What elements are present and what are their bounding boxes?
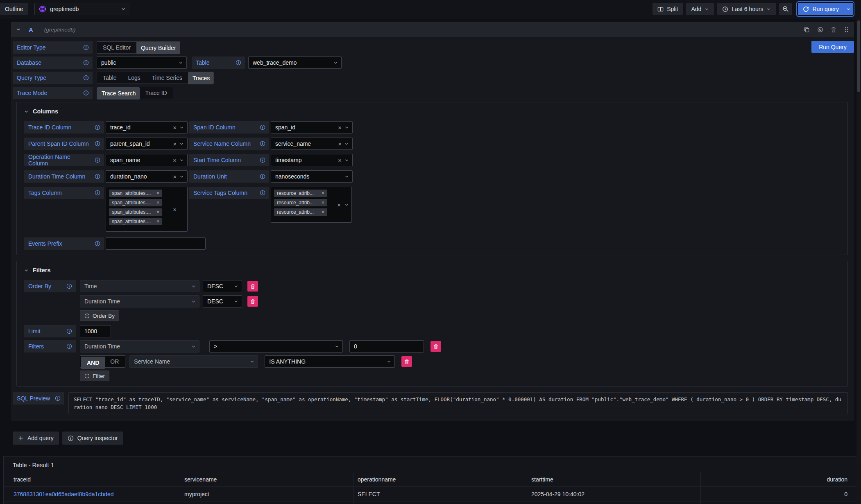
filter-operator-select[interactable]: IS ANYTHING — [265, 355, 395, 368]
remove-chip-icon[interactable]: × — [322, 200, 324, 205]
trace-id-column-select[interactable]: trace_id × — [106, 121, 188, 133]
info-icon — [260, 124, 265, 130]
filter-field-select[interactable]: Service Name — [129, 355, 258, 368]
start-time-column-label: Start Time Column — [189, 154, 269, 166]
span-id-column-select[interactable]: span_id × — [271, 121, 353, 133]
add-query-button[interactable]: Add query — [13, 432, 59, 445]
filter-operator-select[interactable]: > — [209, 340, 343, 353]
column-header-traceid[interactable]: traceid — [4, 472, 180, 486]
add-button[interactable]: Add — [686, 3, 714, 15]
run-query-button[interactable]: Run query — [798, 3, 844, 15]
chevron-down-icon — [179, 174, 184, 179]
order-by-field-select[interactable]: Duration Time — [80, 295, 199, 307]
clear-icon[interactable]: × — [338, 157, 342, 163]
datasource-picker[interactable]: greptimedb — [34, 3, 130, 15]
service-name-column-select[interactable]: service_name × — [271, 138, 353, 150]
remove-chip-icon[interactable]: × — [156, 210, 159, 215]
filters-section-header[interactable]: Filters — [24, 266, 841, 274]
remove-chip-icon[interactable]: × — [156, 191, 159, 196]
column-header-operationname[interactable]: operationname — [353, 472, 527, 486]
add-filter-button[interactable]: Filter — [80, 371, 109, 381]
filters-section: Filters Order By Time DESC — [16, 261, 848, 386]
clear-icon[interactable]: × — [338, 141, 342, 147]
run-query-split-button: Run query — [798, 3, 853, 15]
chevron-down-icon — [234, 299, 238, 304]
radio-option-sql-editor[interactable]: SQL Editor — [97, 42, 136, 53]
column-header-starttime[interactable]: starttime — [527, 472, 701, 486]
service-tags-column-multiselect[interactable]: resource_attrib...× resource_attrib...× … — [271, 187, 352, 223]
clear-all-icon[interactable]: × — [337, 202, 341, 208]
events-prefix-input[interactable] — [106, 237, 206, 250]
time-range-picker[interactable]: Last 6 hours — [717, 3, 776, 15]
tags-column-multiselect[interactable]: span_attributes....× span_attributes....… — [106, 187, 188, 232]
remove-order-by-button[interactable] — [247, 281, 258, 292]
remove-chip-icon[interactable]: × — [156, 219, 159, 224]
split-button[interactable]: Split — [653, 3, 683, 15]
label-text: Service Name Column — [193, 140, 251, 147]
order-by-field-select[interactable]: Time — [80, 280, 199, 292]
run-query-options-button[interactable] — [844, 3, 853, 15]
remove-chip-icon[interactable]: × — [156, 200, 159, 205]
filter-value-input[interactable] — [349, 340, 424, 353]
clear-icon[interactable]: × — [173, 157, 177, 163]
order-by-direction-select[interactable]: DESC — [203, 295, 242, 307]
start-time-column-select[interactable]: timestamp × — [271, 154, 353, 166]
label-text: Limit — [28, 328, 41, 334]
query-inspector-button[interactable]: Query inspector — [62, 432, 123, 445]
label-text: Table — [196, 59, 209, 66]
chevron-down-icon — [344, 174, 349, 179]
parent-span-id-column-select[interactable]: parent_span_id × — [106, 138, 188, 150]
select-value: public — [101, 59, 179, 66]
radio-option-time-series[interactable]: Time Series — [146, 72, 188, 84]
order-by-direction-select[interactable]: DESC — [203, 280, 242, 292]
drag-handle-icon[interactable] — [844, 27, 849, 33]
remove-filter-button[interactable] — [401, 356, 412, 367]
radio-option-logs[interactable]: Logs — [122, 72, 146, 84]
database-select[interactable]: public — [97, 57, 187, 69]
chevron-down-icon — [846, 7, 851, 11]
collapse-chevron-icon[interactable] — [16, 27, 21, 32]
label-text: SQL Preview — [17, 395, 50, 402]
scrollbar-thumb[interactable] — [857, 20, 860, 92]
tag-chip: resource_attrib...× — [274, 190, 327, 197]
logic-and-option[interactable]: AND — [81, 357, 105, 369]
add-order-by-button[interactable]: Order By — [80, 310, 119, 321]
radio-option-table[interactable]: Table — [97, 72, 122, 84]
radio-option-trace-search[interactable]: Trace Search — [97, 87, 140, 99]
clear-icon[interactable]: × — [173, 174, 177, 180]
radio-option-traces[interactable]: Traces — [188, 72, 213, 84]
remove-query-icon[interactable] — [831, 27, 836, 33]
radio-option-trace-id[interactable]: Trace ID — [140, 87, 173, 99]
label-text: Start Time Column — [193, 157, 241, 163]
remove-filter-button[interactable] — [430, 341, 441, 352]
logic-or-option[interactable]: OR — [105, 357, 124, 366]
clear-icon[interactable]: × — [173, 141, 177, 147]
column-header-servicename[interactable]: servicename — [180, 472, 353, 486]
columns-section-header[interactable]: Columns — [24, 107, 841, 115]
remove-order-by-button[interactable] — [247, 296, 258, 307]
duration-unit-select[interactable]: nanoseconds — [271, 170, 353, 183]
duration-time-column-select[interactable]: duration_nano × — [106, 170, 188, 183]
radio-option-query-builder[interactable]: Query Builder — [136, 42, 180, 54]
duplicate-query-icon[interactable] — [804, 27, 810, 33]
clear-icon[interactable]: × — [338, 124, 342, 131]
label-text: Operation Name Column — [28, 154, 91, 167]
trace-id-link[interactable]: 3768831301ea0d65adaef8b9da1cbded — [14, 491, 113, 497]
remove-chip-icon[interactable]: × — [322, 191, 324, 196]
chip-label: span_attributes.... — [112, 209, 151, 215]
chevron-down-icon — [333, 61, 338, 65]
filter-field-select[interactable]: Duration Time — [80, 340, 199, 353]
clear-all-icon[interactable]: × — [173, 206, 177, 212]
hide-response-icon[interactable] — [817, 27, 823, 33]
clear-icon[interactable]: × — [173, 124, 177, 131]
run-query-editor-button[interactable]: Run Query — [811, 41, 854, 53]
limit-input[interactable] — [80, 325, 111, 337]
query-footer-actions: Add query Query inspector — [13, 432, 854, 450]
table-select[interactable]: web_trace_demo — [248, 57, 342, 69]
column-header-duration[interactable]: duration — [701, 472, 858, 486]
zoom-out-button[interactable] — [779, 3, 792, 15]
query-header[interactable]: A (greptimedb) — [11, 22, 854, 37]
outline-button[interactable]: Outline — [0, 3, 28, 15]
operation-name-column-select[interactable]: span_name × — [106, 154, 188, 166]
remove-chip-icon[interactable]: × — [322, 210, 324, 215]
